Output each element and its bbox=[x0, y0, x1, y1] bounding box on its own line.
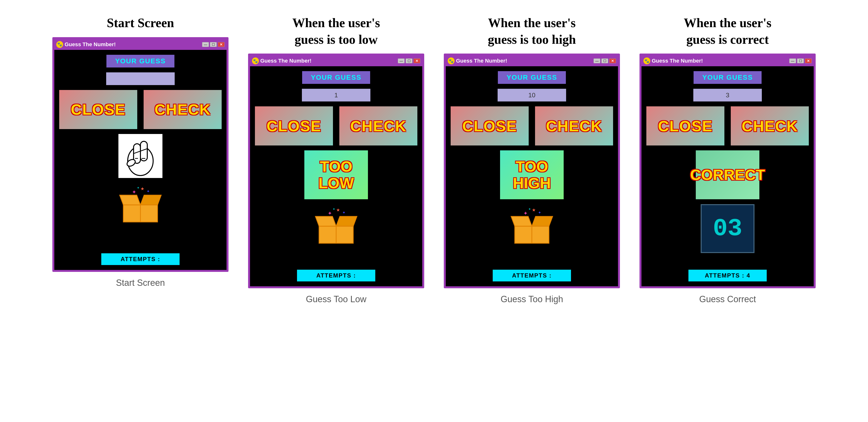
app-body-correct: YOUR GUESS CLOSE CHECK CORRECT 03 ATTEMP… bbox=[642, 66, 814, 286]
caption-correct: Guess Correct bbox=[699, 294, 756, 304]
attempts-bar-toolow: ATTEMPTS : bbox=[297, 270, 375, 282]
check-btn-toohigh[interactable]: CHECK bbox=[535, 106, 613, 145]
attempts-bar-start: ATTEMPTS : bbox=[101, 253, 180, 265]
svg-text:★: ★ bbox=[336, 207, 340, 213]
title-bar-toohigh: 🐾 Guess The Number! — ☐ ✕ bbox=[446, 56, 618, 66]
buttons-row-correct: CLOSE CHECK bbox=[646, 106, 809, 145]
box-icon-toolow: ✦ ★ ✦ ✦ bbox=[309, 204, 363, 248]
minimize-btn-toolow[interactable]: — bbox=[398, 59, 405, 63]
buttons-row-toohigh: CLOSE CHECK bbox=[451, 106, 613, 145]
window-controls-start: — ☐ ✕ bbox=[202, 42, 225, 47]
your-guess-btn-toohigh[interactable]: YOUR GUESS bbox=[498, 71, 566, 84]
check-btn-toolow[interactable]: CHECK bbox=[339, 106, 417, 145]
app-icon-toohigh: 🐾 bbox=[448, 58, 455, 64]
guess-input-start[interactable] bbox=[106, 72, 175, 85]
restore-btn-toohigh[interactable]: ☐ bbox=[601, 59, 608, 63]
result-box-toolow: TOOLOW bbox=[304, 150, 368, 199]
your-guess-btn-correct[interactable]: YOUR GUESS bbox=[693, 71, 762, 84]
svg-marker-25 bbox=[511, 216, 532, 226]
close-game-btn-toolow[interactable]: CLOSE bbox=[255, 106, 333, 145]
svg-marker-10 bbox=[141, 195, 161, 205]
window-controls-toohigh: — ☐ ✕ bbox=[593, 59, 616, 63]
number-display-correct: 03 bbox=[701, 204, 754, 253]
your-guess-btn-toolow[interactable]: YOUR GUESS bbox=[302, 71, 370, 84]
screen-too-low: When the user'sguess is too low 🐾 Guess … bbox=[248, 15, 424, 304]
caption-start: Start Screen bbox=[116, 278, 165, 288]
app-window-start: 🐾 Guess The Number! — ☐ ✕ YOUR GUESS CLO… bbox=[52, 37, 228, 272]
title-bar-toolow: 🐾 Guess The Number! — ☐ ✕ bbox=[250, 56, 422, 66]
close-game-btn-start[interactable]: CLOSE bbox=[59, 90, 137, 129]
close-win-btn-toohigh[interactable]: ✕ bbox=[609, 59, 616, 63]
restore-btn-toolow[interactable]: ☐ bbox=[406, 59, 412, 63]
screen3-top-title: When the user'sguess is too high bbox=[488, 15, 576, 48]
window-controls-toolow: — ☐ ✕ bbox=[398, 59, 420, 63]
box-icon-start: ✦ ★ ✦ ✦ bbox=[114, 183, 167, 227]
guess-input-toolow[interactable] bbox=[302, 89, 370, 101]
app-body-start: YOUR GUESS CLOSE CHECK bbox=[54, 50, 226, 270]
app-window-correct: 🐾 Guess The Number! — ☐ ✕ YOUR GUESS CLO… bbox=[640, 54, 816, 288]
app-icon-toolow: 🐾 bbox=[252, 58, 259, 64]
fingers-icon-start bbox=[114, 134, 167, 178]
window-title-start: Guess The Number! bbox=[65, 41, 116, 48]
minimize-btn-toohigh[interactable]: — bbox=[593, 59, 600, 63]
svg-text:✦: ✦ bbox=[342, 210, 345, 215]
svg-text:✦: ✦ bbox=[538, 210, 541, 215]
screen1-top-title: Start Screen bbox=[107, 15, 174, 31]
close-win-btn-start[interactable]: ✕ bbox=[218, 42, 225, 47]
attempts-bar-correct: ATTEMPTS : 4 bbox=[688, 270, 767, 282]
svg-text:✦: ✦ bbox=[137, 186, 140, 190]
title-bar-correct: 🐾 Guess The Number! — ☐ ✕ bbox=[642, 56, 814, 66]
buttons-row-start: CLOSE CHECK bbox=[59, 90, 222, 129]
close-win-btn-correct[interactable]: ✕ bbox=[805, 59, 812, 63]
close-game-btn-toohigh[interactable]: CLOSE bbox=[451, 106, 529, 145]
window-title-toohigh: Guess The Number! bbox=[456, 58, 507, 64]
app-body-toohigh: YOUR GUESS CLOSE CHECK TOOHIGH ✦ bbox=[446, 66, 618, 286]
title-bar-start: 🐾 Guess The Number! — ☐ ✕ bbox=[54, 39, 226, 50]
caption-toolow: Guess Too Low bbox=[306, 294, 366, 304]
page-container: Start Screen 🐾 Guess The Number! — ☐ ✕ Y… bbox=[15, 15, 853, 304]
minimize-btn-start[interactable]: — bbox=[202, 42, 209, 47]
svg-marker-17 bbox=[315, 216, 336, 226]
result-box-toohigh: TOOHIGH bbox=[500, 150, 564, 199]
buttons-row-toolow: CLOSE CHECK bbox=[255, 106, 417, 145]
result-box-correct: CORRECT bbox=[696, 150, 760, 199]
result-text-correct: CORRECT bbox=[690, 166, 765, 183]
svg-marker-18 bbox=[336, 216, 357, 226]
app-icon-start: 🐾 bbox=[56, 41, 63, 48]
caption-toohigh: Guess Too High bbox=[500, 294, 563, 304]
your-guess-btn-start[interactable]: YOUR GUESS bbox=[106, 55, 175, 67]
close-win-btn-toolow[interactable]: ✕ bbox=[413, 59, 420, 63]
window-controls-correct: — ☐ ✕ bbox=[789, 59, 812, 63]
close-game-btn-correct[interactable]: CLOSE bbox=[646, 106, 724, 145]
svg-text:★: ★ bbox=[532, 207, 536, 213]
app-icon-correct: 🐾 bbox=[643, 58, 650, 64]
window-title-toolow: Guess The Number! bbox=[260, 58, 311, 64]
svg-text:✦: ✦ bbox=[333, 207, 335, 211]
screen2-top-title: When the user'sguess is too low bbox=[292, 15, 380, 48]
screen4-top-title: When the user'sguess is correct bbox=[684, 15, 771, 48]
svg-text:★: ★ bbox=[141, 186, 144, 191]
screen-correct: When the user'sguess is correct 🐾 Guess … bbox=[640, 15, 816, 304]
result-text-toolow: TOOLOW bbox=[318, 158, 354, 191]
restore-btn-start[interactable]: ☐ bbox=[210, 42, 217, 47]
svg-text:✦: ✦ bbox=[147, 189, 150, 193]
guess-input-toohigh[interactable] bbox=[498, 89, 566, 101]
svg-marker-26 bbox=[532, 216, 553, 226]
guess-input-correct[interactable] bbox=[693, 89, 762, 101]
screen-start: Start Screen 🐾 Guess The Number! — ☐ ✕ Y… bbox=[52, 15, 228, 288]
window-title-correct: Guess The Number! bbox=[652, 58, 703, 64]
attempts-bar-toohigh: ATTEMPTS : bbox=[493, 270, 571, 282]
screen-too-high: When the user'sguess is too high 🐾 Guess… bbox=[444, 15, 620, 304]
number-value-correct: 03 bbox=[713, 215, 742, 242]
check-btn-correct[interactable]: CHECK bbox=[731, 106, 809, 145]
svg-text:✦: ✦ bbox=[328, 210, 332, 216]
svg-text:✦: ✦ bbox=[528, 207, 531, 211]
box-icon-toohigh: ✦ ★ ✦ ✦ bbox=[505, 204, 559, 248]
app-window-toolow: 🐾 Guess The Number! — ☐ ✕ YOUR GUESS CLO… bbox=[248, 54, 424, 288]
svg-text:✦: ✦ bbox=[523, 210, 528, 216]
minimize-btn-correct[interactable]: — bbox=[789, 59, 796, 63]
restore-btn-correct[interactable]: ☐ bbox=[797, 59, 804, 63]
result-text-toohigh: TOOHIGH bbox=[513, 158, 551, 191]
check-btn-start[interactable]: CHECK bbox=[144, 90, 222, 129]
svg-text:✦: ✦ bbox=[132, 189, 136, 195]
